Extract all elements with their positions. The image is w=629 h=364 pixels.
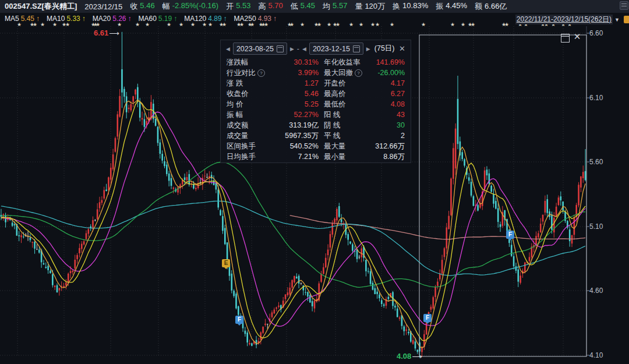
end-date-value: 2023-12-15 <box>313 45 350 53</box>
stat-value: 141.69% <box>367 57 405 68</box>
date-range-text[interactable]: 2022/11/21-2023/12/15(262日) <box>515 15 613 24</box>
quote-field: 低5.45 <box>291 1 315 12</box>
chevron-down-icon[interactable]: ▼ <box>614 17 620 23</box>
arrow-right-icon: ⟶ <box>109 29 119 37</box>
annotation-price: 6.61 <box>94 29 108 37</box>
event-star-icon[interactable]: ★ <box>450 22 455 27</box>
stat-value: 8.86万 <box>367 151 405 162</box>
panel-rows: 涨跌幅30.31%年化收益率141.69%行业对比?3.99%最大回撤?-26.… <box>221 57 411 162</box>
field-label: 换 <box>393 1 400 12</box>
end-date-picker[interactable]: 2023-12-15 <box>309 43 363 55</box>
stat-value: 4.08 <box>367 99 405 109</box>
panel-row: 涨跌幅30.31%年化收益率141.69% <box>221 57 411 68</box>
event-star-icon[interactable]: ★ <box>349 22 354 27</box>
stat-value: 30.31% <box>278 57 319 68</box>
y-axis-tick-label: 5.10 <box>589 222 603 231</box>
start-date-picker[interactable]: 2023-08-25 <box>233 43 287 55</box>
prev-start-date-button[interactable]: ◀ <box>226 46 230 52</box>
range-stats-panel: ◀ 2023-08-25 ▶ - ◀ 2023-12-15 ▶ (75日) ✕ … <box>220 40 411 163</box>
event-star-icon[interactable]: ★ <box>421 22 426 27</box>
field-label: 高 <box>258 1 266 12</box>
stat-label: 最高价 <box>319 89 367 99</box>
stat-value: -26.00% <box>367 68 405 78</box>
field-label: 幅 <box>162 1 170 12</box>
next-start-date-button[interactable]: ▶ <box>290 46 294 52</box>
stat-label: 日均换手 <box>227 151 278 162</box>
y-axis-tick-label: 5.60 <box>589 158 603 166</box>
panel-row: 收盘价5.46最高价6.27 <box>221 89 411 99</box>
stat-label: 阴 线 <box>319 120 367 130</box>
panel-row: 成交额313.19亿阴 线30 <box>221 120 411 130</box>
stat-value: 30 <box>367 120 405 130</box>
prev-end-date-button[interactable]: ◀ <box>302 46 306 52</box>
next-end-date-button[interactable]: ▶ <box>366 46 370 52</box>
panel-header: ◀ 2023-08-25 ▶ - ◀ 2023-12-15 ▶ (75日) ✕ <box>221 40 411 57</box>
range-dash: - <box>297 45 299 53</box>
event-star-icon[interactable]: ★ <box>461 22 465 27</box>
field-value: 5.70 <box>268 1 282 12</box>
event-star-icon[interactable]: ★ <box>359 22 363 27</box>
help-icon[interactable]: ? <box>257 69 265 77</box>
field-value: 5.53 <box>236 1 250 12</box>
field-label: 量 <box>355 1 362 12</box>
panel-row: 行业对比?3.99%最大回撤?-26.00% <box>221 68 411 78</box>
panel-row: 均 价5.25最低价4.08 <box>221 99 411 109</box>
stock-chart-app: 002547.SZ[春兴精工] 2023/12/15 收5.46幅-2.85%(… <box>0 0 629 364</box>
y-axis-tick-label: 6.10 <box>589 94 603 102</box>
field-value: 6.66亿 <box>485 1 507 12</box>
event-star-icon[interactable]: ★ <box>317 22 321 27</box>
event-star-icon[interactable]: ★ <box>370 22 375 27</box>
price-annotation: 6.61⟶ <box>94 29 119 37</box>
panel-close-icon[interactable]: ✕ <box>399 44 405 53</box>
toolbar-icon[interactable] <box>620 1 628 10</box>
help-icon[interactable]: ? <box>355 69 362 77</box>
calendar-shortcut-icon[interactable] <box>624 16 629 23</box>
quote-field: 量120万 <box>355 1 385 12</box>
stat-label: 涨跌幅 <box>227 57 278 68</box>
ma-legend-item: MA1204.89↑ <box>184 15 227 23</box>
restore-window-icon[interactable] <box>561 34 570 43</box>
event-star-icon[interactable]: ★ <box>327 22 331 27</box>
event-star-icon[interactable]: ★ <box>289 22 294 27</box>
field-label: 额 <box>475 1 482 12</box>
price-annotation: 4.08⟶ <box>397 352 422 361</box>
panel-row: 振 幅52.27%阳 线43 <box>221 109 411 120</box>
stat-value: 312.66万 <box>367 141 405 151</box>
arrow-right-icon: ⟶ <box>412 352 422 361</box>
signal-badge-f[interactable]: F <box>235 316 243 324</box>
trend-up-icon: ↑ <box>224 15 227 23</box>
quote-field: 幅-2.85%(-0.16) <box>162 1 218 12</box>
event-star-icon[interactable]: ★ <box>375 22 380 27</box>
date-range-selector[interactable]: 2022/11/21-2023/12/15(262日) ▼ <box>515 15 620 24</box>
stat-label: 涨 跌 <box>227 78 278 89</box>
ma-legend-item: MA105.33↑ <box>47 15 86 23</box>
annotation-price: 4.08 <box>397 352 411 361</box>
selection-window[interactable] <box>419 35 586 356</box>
stat-label: 均 价 <box>227 99 278 109</box>
stat-value: 5967.35万 <box>278 130 319 141</box>
stat-value: 2 <box>367 130 405 141</box>
signal-badge-f[interactable]: F <box>506 231 514 239</box>
field-label: 低 <box>291 1 298 12</box>
start-date-value: 2023-08-25 <box>236 45 274 53</box>
event-star-icon[interactable]: ★ <box>390 22 394 27</box>
stat-label: 最小量 <box>319 151 367 162</box>
ticker-name: 002547.SZ[春兴精工] <box>5 1 77 12</box>
stat-value: 43 <box>367 109 405 120</box>
quote-field: 均5.57 <box>323 1 347 12</box>
event-star-icon[interactable]: ★ <box>335 22 340 27</box>
event-star-icon[interactable]: ★ <box>471 22 475 27</box>
event-star-icon[interactable]: ★ <box>300 22 305 27</box>
panel-row: 日均换手7.21%最小量8.86万 <box>221 151 411 162</box>
quote-fields: 收5.46幅-2.85%(-0.16)开5.53高5.70低5.45均5.57量… <box>130 1 507 12</box>
ma-legend-item: MA2504.93↑ <box>234 15 277 23</box>
top-info-bar: 002547.SZ[春兴精工] 2023/12/15 收5.46幅-2.85%(… <box>0 0 629 13</box>
selection-close-icon[interactable]: ✕ <box>573 32 582 41</box>
event-star-icon[interactable]: ★ <box>504 22 509 27</box>
signal-badge-e[interactable]: E <box>222 259 230 267</box>
signal-badge-f[interactable]: F <box>423 314 432 322</box>
field-value: 5.45 <box>301 1 315 12</box>
trend-up-icon: ↑ <box>273 15 277 23</box>
field-label: 均 <box>323 1 330 12</box>
trend-up-icon: ↑ <box>128 15 131 23</box>
